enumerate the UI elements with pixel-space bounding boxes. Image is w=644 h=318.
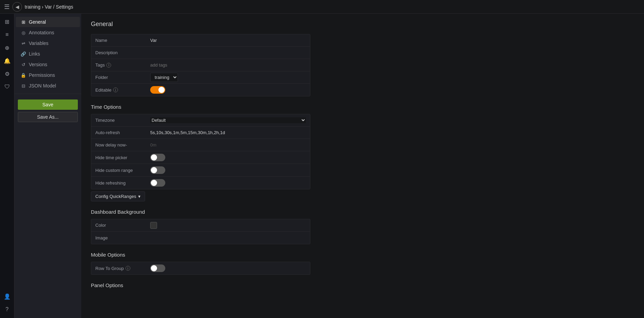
sidebar-divider [14, 94, 81, 94]
apps-icon[interactable]: ⊞ [1, 16, 13, 27]
hide-custom-range-row: Hide custom range [91, 164, 310, 177]
editable-info-icon[interactable]: i [113, 87, 118, 92]
help-icon[interactable]: ? [1, 304, 13, 315]
timezone-select[interactable]: Default UTC Browser Time [150, 117, 306, 123]
dashboard-bg-heading: Dashboard Background [91, 209, 634, 215]
hide-custom-range-label: Hide custom range [91, 165, 146, 175]
autorefresh-label: Auto-refresh [91, 128, 146, 138]
name-input[interactable] [146, 38, 310, 43]
content-area: General Name Description Tags i [81, 14, 644, 318]
sidebar-item-links[interactable]: 🔗 Links [16, 49, 80, 59]
folder-label: Folder [91, 72, 146, 82]
hide-custom-range-toggle[interactable] [150, 166, 165, 174]
sidebar: ⊞ General ◎ Annotations ⇌ Variables 🔗 Li… [14, 14, 81, 318]
name-row: Name [91, 34, 310, 47]
mobile-options-heading: Mobile Options [91, 252, 634, 258]
gear-icon[interactable]: ⚙ [1, 68, 13, 80]
row-to-group-toggle[interactable] [150, 264, 165, 272]
globe-icon[interactable]: ⊕ [1, 42, 13, 54]
hide-refreshing-label: Hide refreshing [91, 178, 146, 188]
sidebar-item-permissions[interactable]: 🔒 Permissions [16, 70, 80, 80]
tags-input[interactable] [146, 62, 310, 68]
color-swatch[interactable] [150, 222, 157, 229]
folder-row: Folder training [91, 71, 310, 84]
hide-time-picker-row: Hide time picker [91, 151, 310, 164]
shield-icon[interactable]: 🛡 [1, 81, 13, 93]
sidebar-item-json-model[interactable]: ⊟ JSON Model [16, 81, 80, 91]
breadcrumb-current: Var / Settings [45, 4, 73, 10]
config-quickranges-label: Config QuickRanges [95, 194, 136, 199]
color-label: Color [91, 220, 146, 230]
editable-row: Editable i [91, 84, 310, 96]
sidebar-item-variables[interactable]: ⇌ Variables [16, 38, 80, 48]
timezone-label: Timezone [91, 115, 146, 125]
top-bar: ☰ ◀ training › Var / Settings [0, 0, 644, 14]
sidebar-item-annotations[interactable]: ◎ Annotations [16, 27, 80, 38]
sidebar-item-variables-label: Variables [29, 40, 48, 46]
mobile-options-form-group: Row To Group i [91, 262, 310, 275]
tags-row: Tags i [91, 59, 310, 71]
annotations-icon: ◎ [21, 30, 26, 35]
image-label: Image [91, 233, 146, 243]
links-icon: 🔗 [21, 51, 26, 57]
row-to-group-info-icon[interactable]: i [126, 266, 130, 271]
config-quickranges-arrow: ▾ [138, 194, 141, 199]
sidebar-item-permissions-label: Permissions [29, 72, 55, 78]
save-as-button[interactable]: Save As... [18, 112, 78, 122]
config-quickranges-button[interactable]: Config QuickRanges ▾ [91, 191, 145, 201]
sidebar-item-versions[interactable]: ↺ Versions [16, 59, 80, 70]
sidebar-item-general[interactable]: ⊞ General [16, 17, 80, 27]
hide-refreshing-toggle[interactable] [150, 179, 165, 187]
page-title: General [91, 21, 634, 28]
hide-refreshing-row: Hide refreshing [91, 177, 310, 189]
time-options-heading: Time Options [91, 104, 634, 110]
description-row: Description [91, 47, 310, 59]
now-delay-row: Now delay now- [91, 139, 310, 151]
name-label: Name [91, 35, 146, 45]
row-to-group-row: Row To Group i [91, 262, 310, 274]
tags-info-icon[interactable]: i [106, 63, 111, 68]
color-row: Color [91, 219, 310, 232]
icon-bar: ☰ ⊞ ≡ ⊕ 🔔 ⚙ 🛡 👤 ? [0, 0, 14, 318]
menu-icon[interactable]: ☰ [4, 3, 10, 11]
general-icon: ⊞ [21, 20, 26, 25]
sidebar-item-links-label: Links [29, 51, 40, 57]
bell-icon[interactable]: 🔔 [1, 55, 13, 67]
editable-toggle[interactable] [150, 86, 165, 94]
image-input[interactable] [146, 235, 310, 240]
main-layout: ⊞ General ◎ Annotations ⇌ Variables 🔗 Li… [14, 14, 644, 318]
general-form-group: Name Description Tags i Folder [91, 34, 310, 96]
timezone-row: Timezone Default UTC Browser Time [91, 114, 310, 127]
sidebar-item-versions-label: Versions [29, 62, 47, 67]
back-button[interactable]: ◀ [12, 2, 22, 12]
versions-icon: ↺ [21, 62, 26, 67]
sidebar-buttons: Save Save As... [14, 97, 81, 125]
json-model-icon: ⊟ [21, 83, 26, 89]
hide-time-picker-toggle[interactable] [150, 154, 165, 161]
time-options-form-group: Timezone Default UTC Browser Time Auto-r… [91, 114, 310, 189]
tags-label: Tags i [91, 60, 146, 70]
autorefresh-input[interactable] [146, 130, 310, 135]
breadcrumb-prefix: training [25, 4, 40, 10]
breadcrumb: training › Var / Settings [25, 4, 73, 10]
autorefresh-row: Auto-refresh [91, 127, 310, 139]
save-button[interactable]: Save [18, 99, 78, 110]
sidebar-item-general-label: General [29, 19, 46, 25]
description-input[interactable] [146, 50, 310, 55]
permissions-icon: 🔒 [21, 73, 26, 78]
dashboard-bg-form-group: Color Image [91, 219, 310, 244]
hide-time-picker-label: Hide time picker [91, 153, 146, 163]
image-row: Image [91, 232, 310, 244]
now-delay-input[interactable] [146, 142, 310, 148]
sidebar-item-json-model-label: JSON Model [29, 83, 56, 89]
now-delay-label: Now delay now- [91, 140, 146, 150]
user-avatar-icon[interactable]: 👤 [1, 291, 13, 302]
row-to-group-label: Row To Group i [91, 263, 146, 273]
panel-options-heading: Panel Options [91, 282, 634, 288]
variables-icon: ⇌ [21, 41, 26, 46]
description-label: Description [91, 48, 146, 58]
list-icon[interactable]: ≡ [1, 29, 13, 40]
sidebar-item-annotations-label: Annotations [29, 30, 54, 35]
editable-label: Editable i [91, 85, 146, 95]
folder-select[interactable]: training [150, 73, 178, 82]
